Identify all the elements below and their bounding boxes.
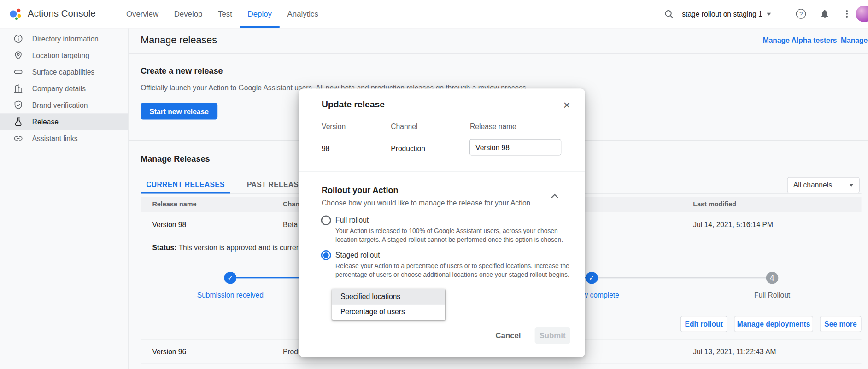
row-divider	[141, 363, 861, 363]
see-more-button[interactable]: See more	[820, 316, 861, 332]
column-release-name: Release name	[152, 197, 196, 212]
version-label: Version	[322, 123, 346, 131]
sidebar-item-brand-verification[interactable]: Brand verification	[0, 97, 128, 113]
menu-item-percentage-of-users[interactable]: Percentage of users	[332, 305, 445, 320]
close-icon[interactable]: ×	[558, 96, 575, 114]
step-full-rollout-number-icon: 4	[766, 272, 778, 284]
sidebar-item-label: Location targeting	[32, 51, 89, 59]
notifications-icon[interactable]	[819, 8, 830, 19]
search-icon[interactable]	[663, 8, 674, 19]
release-name-input[interactable]	[469, 139, 561, 156]
location-icon	[13, 50, 23, 60]
building-icon	[13, 83, 23, 94]
primary-nav: Overview Develop Test Deploy Analytics	[118, 0, 326, 28]
release-modified-cell: Jul 13, 2021, 11:22:43 AM	[693, 348, 776, 356]
start-new-release-button[interactable]: Start new release	[141, 103, 217, 119]
sidebar-item-label: Release	[32, 117, 59, 126]
release-name-cell: Version 96	[152, 348, 186, 356]
actions-console-logo-icon	[8, 6, 22, 21]
project-selector-value: stage rollout on staging 1	[682, 10, 762, 18]
step-review-complete-check-icon: ✓	[586, 272, 598, 284]
actions-console-app: Actions Console Overview Develop Test De…	[0, 0, 868, 369]
step-submission-received-check-icon: ✓	[224, 272, 236, 284]
column-last-modified: Last modified	[693, 197, 736, 212]
chevron-down-icon	[849, 184, 854, 187]
chevron-down-icon	[767, 12, 771, 15]
more-vert-icon[interactable]	[841, 8, 852, 19]
chevron-up-icon[interactable]	[548, 189, 561, 203]
channel-label: Channel	[391, 123, 417, 131]
sidebar: Directory information Location targeting…	[0, 28, 129, 369]
manage-beta-testers-link[interactable]: Manage Beta testers	[841, 36, 868, 44]
edit-rollout-button[interactable]: Edit rollout	[680, 316, 727, 332]
submit-button[interactable]: Submit	[535, 327, 570, 344]
sidebar-item-label: Assistant links	[32, 134, 78, 142]
release-modified-cell: Jul 14, 2021, 5:16:14 PM	[693, 220, 773, 228]
nav-tab-deploy[interactable]: Deploy	[240, 0, 280, 28]
capsule-icon	[13, 67, 23, 77]
step-label-submission-received: Submission received	[164, 291, 297, 299]
title-divider	[129, 53, 868, 53]
staged-rollout-label[interactable]: Staged rollout	[335, 251, 380, 259]
stepper-connector	[598, 277, 766, 278]
nav-tab-develop[interactable]: Develop	[166, 0, 210, 28]
help-icon[interactable]: ?	[796, 8, 807, 19]
sidebar-item-label: Directory information	[32, 35, 99, 43]
nav-tab-overview[interactable]: Overview	[118, 0, 166, 28]
release-name-cell: Version 98	[152, 220, 186, 228]
cancel-button[interactable]: Cancel	[487, 327, 529, 344]
rollout-title: Rollout your Action	[322, 186, 399, 195]
channel-filter-value: All channels	[793, 181, 832, 189]
release-icon	[13, 117, 23, 127]
tab-current-releases[interactable]: CURRENT RELEASES	[141, 176, 230, 193]
create-release-title: Create a new release	[141, 66, 223, 75]
menu-item-specified-locations[interactable]: Specified locations	[332, 289, 445, 305]
step-label-full-rollout: Full Rollout	[706, 291, 839, 299]
dialog-title: Update release	[322, 100, 385, 110]
status-label: Status:	[152, 244, 176, 252]
staged-rollout-radio[interactable]	[321, 250, 331, 260]
sidebar-item-label: Brand verification	[32, 101, 88, 109]
rollout-subtitle: Choose how you would like to manage the …	[322, 199, 530, 207]
sidebar-item-assistant-links[interactable]: Assistant links	[0, 130, 128, 146]
full-rollout-radio[interactable]	[321, 215, 331, 225]
project-selector[interactable]: stage rollout on staging 1	[682, 0, 771, 28]
channel-value: Production	[391, 145, 425, 153]
sidebar-item-release[interactable]: Release	[0, 113, 128, 130]
rollout-type-menu: Specified locations Percentage of users	[332, 289, 445, 320]
sidebar-item-directory-information[interactable]: Directory information	[0, 30, 128, 47]
nav-tab-test[interactable]: Test	[210, 0, 240, 28]
manage-alpha-testers-link[interactable]: Manage Alpha testers	[763, 36, 837, 44]
version-value: 98	[322, 145, 329, 153]
info-icon	[13, 34, 23, 44]
link-icon	[13, 134, 23, 144]
full-rollout-label[interactable]: Full rollout	[335, 216, 369, 224]
brand: Actions Console	[8, 0, 96, 28]
app-title: Actions Console	[28, 8, 96, 19]
manage-deployments-button[interactable]: Manage deployments	[734, 316, 813, 332]
sidebar-item-company-details[interactable]: Company details	[0, 80, 128, 97]
sidebar-item-surface-capabilities[interactable]: Surface capabilities	[0, 64, 128, 80]
update-release-dialog: Update release × Version Channel Release…	[299, 88, 585, 357]
sidebar-item-location-targeting[interactable]: Location targeting	[0, 47, 128, 64]
user-avatar[interactable]	[856, 6, 868, 22]
dialog-divider	[299, 171, 585, 172]
manage-releases-title: Manage Releases	[141, 154, 210, 163]
sidebar-item-label: Surface capabilities	[32, 68, 94, 76]
nav-tab-analytics[interactable]: Analytics	[280, 0, 326, 28]
full-rollout-description: Your Action is released to 100% of Googl…	[335, 226, 579, 244]
top-bar: Actions Console Overview Develop Test De…	[0, 0, 868, 28]
channel-filter-select[interactable]: All channels	[787, 177, 860, 193]
shield-icon	[13, 100, 23, 110]
sidebar-item-label: Company details	[32, 84, 86, 93]
page-title: Manage releases	[141, 34, 217, 46]
release-name-label: Release name	[470, 123, 516, 131]
release-channel-cell: Beta	[283, 220, 298, 228]
staged-rollout-description: Release your Action to a percentage of u…	[335, 261, 579, 279]
